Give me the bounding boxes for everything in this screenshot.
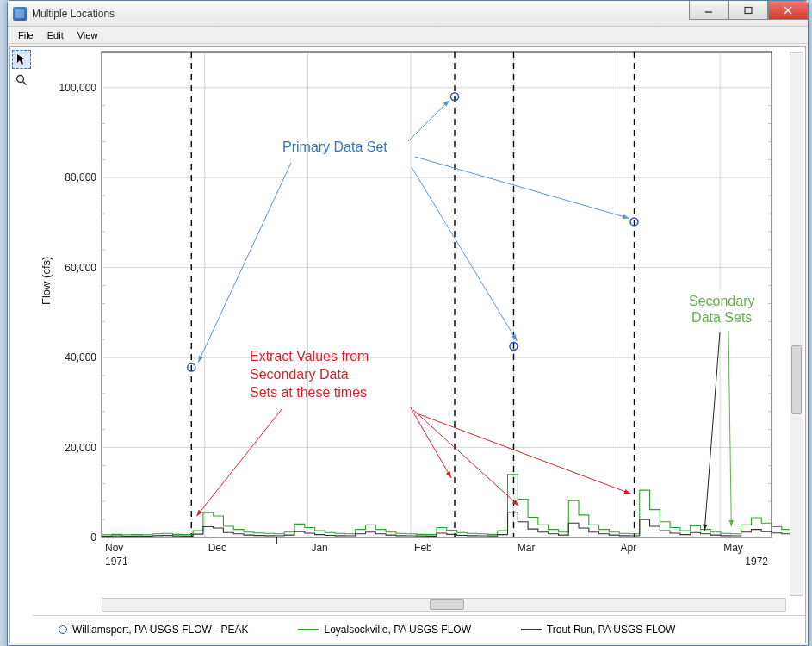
legend-item-loyalsockville: Loyalsockville, PA USGS FLOW xyxy=(298,624,471,636)
window-title: Multiple Locations xyxy=(32,8,115,20)
svg-text:Mar: Mar xyxy=(518,542,536,554)
svg-rect-6 xyxy=(102,52,772,537)
svg-point-4 xyxy=(17,76,24,83)
svg-text:Feb: Feb xyxy=(414,542,432,554)
svg-text:1972: 1972 xyxy=(745,556,768,568)
toolbar xyxy=(10,47,33,643)
titlebar: Multiple Locations xyxy=(8,1,808,27)
menu-edit[interactable]: Edit xyxy=(42,28,69,42)
svg-text:Dec: Dec xyxy=(208,542,226,554)
svg-text:0: 0 xyxy=(90,531,96,544)
svg-text:20,000: 20,000 xyxy=(65,442,96,454)
scrollbar-thumb[interactable] xyxy=(791,345,802,414)
pointer-icon xyxy=(15,53,28,65)
legend-item-peak: Williamsport, PA USGS FLOW - PEAK xyxy=(59,624,248,636)
svg-text:May: May xyxy=(723,542,743,554)
horizontal-scrollbar[interactable] xyxy=(102,598,786,612)
line-swatch-icon xyxy=(521,629,542,630)
svg-rect-1 xyxy=(745,7,752,13)
scrollbar-thumb[interactable] xyxy=(430,599,464,610)
legend: Williamsport, PA USGS FLOW - PEAK Loyals… xyxy=(33,615,805,643)
svg-text:100,000: 100,000 xyxy=(59,82,97,94)
legend-item-troutrun: Trout Run, PA USGS FLOW xyxy=(521,624,675,636)
content: 020,00040,00060,00080,000100,000Nov1971D… xyxy=(9,46,806,643)
svg-text:40,000: 40,000 xyxy=(65,351,96,363)
svg-text:80,000: 80,000 xyxy=(65,171,96,183)
circle-marker-icon xyxy=(59,625,67,634)
magnifier-icon xyxy=(15,74,28,86)
app-icon xyxy=(13,7,27,21)
svg-text:Jan: Jan xyxy=(311,542,327,554)
menu-file[interactable]: File xyxy=(13,28,39,42)
menubar: File Edit View xyxy=(8,27,808,44)
minimize-button[interactable] xyxy=(689,1,728,20)
maximize-button[interactable] xyxy=(728,1,768,20)
close-button[interactable] xyxy=(768,1,808,20)
y-axis-label: Flow (cfs) xyxy=(40,257,53,305)
pointer-tool[interactable] xyxy=(12,50,31,69)
svg-line-5 xyxy=(23,82,27,85)
zoom-tool[interactable] xyxy=(12,71,31,90)
svg-text:1971: 1971 xyxy=(105,556,128,568)
plot-area[interactable]: 020,00040,00060,00080,000100,000Nov1971D… xyxy=(33,47,805,643)
svg-text:Apr: Apr xyxy=(620,542,636,554)
vertical-scrollbar[interactable] xyxy=(790,52,803,596)
chart-svg: 020,00040,00060,00080,000100,000Nov1971D… xyxy=(33,47,790,598)
menu-view[interactable]: View xyxy=(72,28,103,42)
svg-text:60,000: 60,000 xyxy=(65,262,96,274)
app-window: Multiple Locations File Edit View 020,00… xyxy=(7,0,809,646)
line-swatch-icon xyxy=(298,629,319,630)
svg-text:Nov: Nov xyxy=(105,542,123,554)
